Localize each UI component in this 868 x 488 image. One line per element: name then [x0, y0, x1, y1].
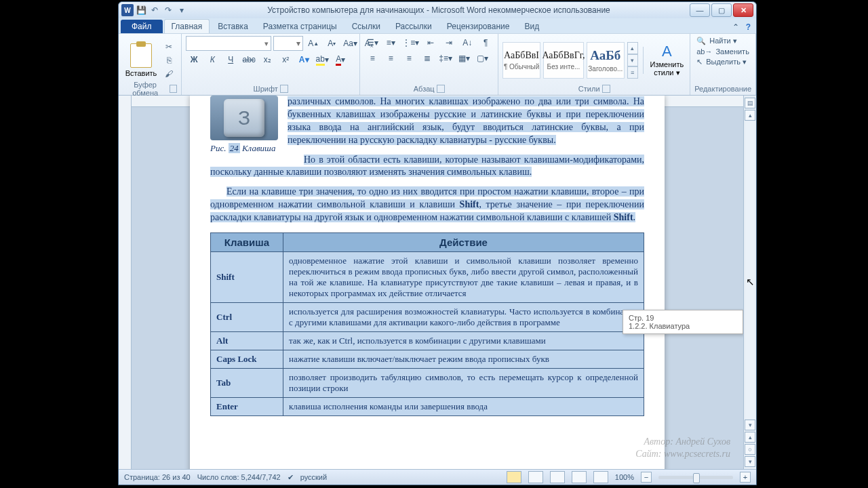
font-name-box[interactable]: ▾	[186, 36, 271, 51]
styles-more-icon[interactable]: ≡	[627, 66, 638, 79]
copy-icon[interactable]: ⎘	[162, 54, 176, 66]
select-button[interactable]: ↖Выделить ▾	[694, 57, 749, 67]
help-icon[interactable]: ?	[746, 22, 751, 32]
view-draft-icon[interactable]	[593, 471, 608, 483]
maximize-button[interactable]: ▢	[711, 3, 732, 17]
group-paragraph: ☰▾ ≡▾ ⋮≡▾ ⇤ ⇥ A↓ ¶ ≡ ≡ ≡ ≣ ‡≡▾ ▦▾ ▢▾	[360, 34, 498, 95]
superscript-button[interactable]: x²	[277, 53, 294, 66]
strike-button[interactable]: abc	[241, 53, 257, 66]
ribbon-minimize-icon[interactable]: ⌃	[732, 22, 739, 32]
status-proofing-icon[interactable]: ✔	[288, 473, 294, 482]
shading-icon[interactable]: ▦▾	[456, 52, 472, 65]
paste-button[interactable]: Вставить	[123, 38, 159, 83]
dialog-launcher-icon[interactable]	[437, 85, 445, 93]
view-web-icon[interactable]	[550, 471, 565, 483]
underline-button[interactable]: Ч	[222, 53, 239, 66]
format-painter-icon[interactable]: 🖌	[162, 68, 176, 80]
table-row: Ctrlиспользуется для расширения возможно…	[211, 303, 644, 332]
change-case-icon[interactable]: Aa▾	[342, 37, 359, 50]
vertical-scrollbar[interactable]: ▤ ▴ ▾ ▴ ○ ▾ ↖	[743, 96, 756, 469]
status-language[interactable]: русский	[300, 473, 327, 481]
document-area: З Рис. 24 Клавиша различных символов. На…	[119, 96, 756, 469]
decrease-indent-icon[interactable]: ⇤	[422, 36, 439, 49]
tab-layout[interactable]: Разметка страницы	[256, 20, 344, 33]
browse-next-icon[interactable]: ▾	[745, 456, 755, 467]
styles-next-icon[interactable]: ▾	[627, 54, 638, 66]
bullets-icon[interactable]: ☰▾	[364, 36, 380, 49]
scroll-down-icon[interactable]: ▾	[745, 420, 755, 430]
tab-references[interactable]: Ссылки	[345, 20, 387, 33]
sort-icon[interactable]: A↓	[459, 36, 475, 49]
shrink-font-icon[interactable]: A▾	[323, 37, 340, 50]
justify-icon[interactable]: ≣	[419, 52, 435, 65]
zoom-level[interactable]: 100%	[615, 473, 634, 481]
cut-icon[interactable]: ✂	[162, 41, 176, 53]
style-heading[interactable]: АаБб Заголово...	[587, 42, 625, 79]
browse-object-icon[interactable]: ○	[745, 444, 755, 455]
view-fullscreen-icon[interactable]	[528, 471, 543, 483]
tab-mailings[interactable]: Рассылки	[389, 20, 439, 33]
ruler-toggle-icon[interactable]: ▤	[745, 98, 755, 108]
styles-prev-icon[interactable]: ▴	[627, 42, 638, 54]
style-normal[interactable]: АаБбВвІ ¶ Обычный	[502, 42, 540, 79]
replace-icon: ab→	[696, 47, 712, 56]
tab-insert[interactable]: Вставка	[211, 20, 255, 33]
align-left-icon[interactable]: ≡	[364, 52, 380, 65]
word-icon: W	[121, 4, 134, 16]
font-color-icon[interactable]: A▾	[332, 53, 349, 66]
tab-review[interactable]: Рецензирование	[440, 20, 517, 33]
dialog-launcher-icon[interactable]	[280, 85, 288, 93]
status-page[interactable]: Страница: 26 из 40	[124, 473, 191, 481]
qat-save-icon[interactable]: 💾	[135, 4, 147, 16]
font-size-box[interactable]: ▾	[273, 36, 303, 51]
dialog-launcher-icon[interactable]	[602, 85, 610, 93]
align-right-icon[interactable]: ≡	[401, 52, 417, 65]
borders-icon[interactable]: ▢▾	[474, 52, 490, 65]
scroll-up-icon[interactable]: ▴	[745, 110, 755, 121]
title-bar: W 💾 ↶ ↷ ▾ Устройство компьютера для начи…	[119, 2, 756, 18]
window-buttons: — ▢ ✕	[690, 3, 753, 17]
qat-customize-icon[interactable]: ▾	[176, 4, 188, 16]
group-clipboard: Вставить ✂ ⎘ 🖌 Буфер обмена	[119, 34, 182, 95]
view-outline-icon[interactable]	[572, 471, 587, 483]
bold-button[interactable]: Ж	[186, 53, 202, 66]
dialog-launcher-icon[interactable]	[170, 85, 177, 93]
quick-access-toolbar: W 💾 ↶ ↷ ▾	[121, 4, 188, 16]
find-button[interactable]: 🔍Найти ▾	[694, 36, 738, 46]
zoom-out-button[interactable]: −	[641, 472, 652, 483]
text-effects-icon[interactable]: A▾	[296, 53, 312, 66]
scroll-track[interactable]	[745, 121, 755, 419]
table-row: Tabпозволяет производить табуляцию симво…	[211, 369, 644, 398]
figure-image: З	[210, 96, 278, 140]
tab-home[interactable]: Главная	[164, 19, 210, 33]
style-nospacing[interactable]: АаБбВвГг, Без инте...	[543, 42, 584, 79]
change-styles-button[interactable]: A Изменить стили ▾	[648, 38, 686, 83]
show-marks-icon[interactable]: ¶	[477, 36, 494, 49]
increase-indent-icon[interactable]: ⇥	[441, 36, 457, 49]
table-row: Caps Lockнажатие клавиши включает/выключ…	[211, 350, 644, 369]
qat-undo-icon[interactable]: ↶	[149, 4, 161, 16]
zoom-slider[interactable]	[658, 476, 733, 479]
minimize-button[interactable]: —	[690, 3, 710, 17]
close-button[interactable]: ✕	[733, 3, 753, 17]
document-viewport[interactable]: З Рис. 24 Клавиша различных символов. На…	[132, 96, 743, 469]
replace-button[interactable]: ab→Заменить	[694, 47, 751, 56]
browse-prev-icon[interactable]: ▴	[745, 432, 755, 443]
view-print-layout-icon[interactable]	[507, 471, 521, 483]
word-window: W 💾 ↶ ↷ ▾ Устройство компьютера для начи…	[118, 1, 757, 485]
qat-redo-icon[interactable]: ↷	[162, 4, 174, 16]
status-wordcount[interactable]: Число слов: 5,244/7,742	[197, 473, 281, 481]
file-tab[interactable]: Файл	[121, 20, 163, 33]
multilevel-icon[interactable]: ⋮≡▾	[401, 36, 420, 49]
zoom-in-button[interactable]: +	[740, 472, 751, 483]
italic-button[interactable]: К	[204, 53, 220, 66]
grow-font-icon[interactable]: A▲	[305, 37, 321, 50]
highlight-color-icon[interactable]: ab▾	[314, 53, 330, 66]
numbering-icon[interactable]: ≡▾	[382, 36, 399, 49]
line-spacing-icon[interactable]: ‡≡▾	[437, 52, 454, 65]
subscript-button[interactable]: x₂	[259, 53, 275, 66]
tab-view[interactable]: Вид	[517, 20, 546, 33]
align-center-icon[interactable]: ≡	[382, 52, 399, 65]
vertical-ruler[interactable]	[119, 96, 132, 469]
change-styles-icon: A	[662, 43, 672, 60]
